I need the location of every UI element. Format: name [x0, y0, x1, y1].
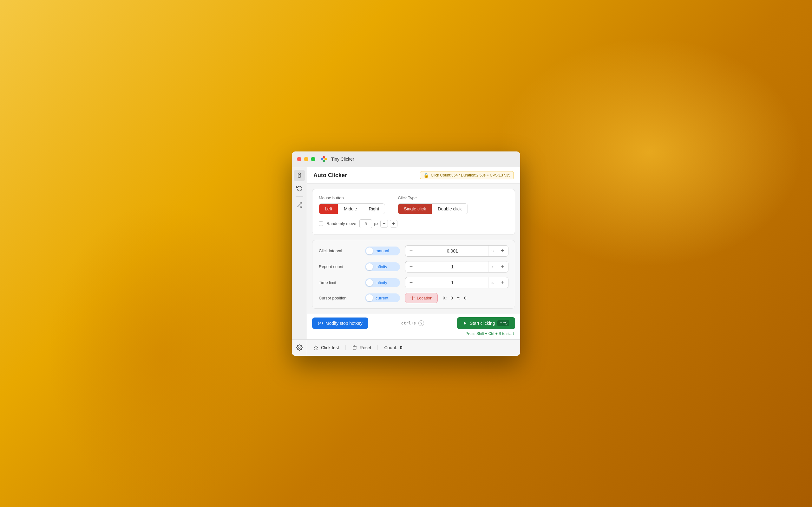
px-increase-button[interactable]: + — [390, 220, 397, 228]
repeat-count-unit: x — [488, 262, 497, 272]
random-move-row: Randomly move px − + — [319, 219, 508, 228]
status-badge: 🔒 Click Count:354 / Duration:2.58s ≈ CPS… — [420, 171, 514, 179]
main-layout: Auto Clicker 🔒 Click Count:354 / Duratio… — [292, 167, 520, 339]
click-test-button[interactable]: Click test — [307, 345, 346, 350]
sidebar-item-history[interactable] — [294, 182, 305, 194]
repeat-count-toggle-text: infinity — [373, 264, 390, 269]
maximize-button[interactable] — [311, 157, 315, 161]
repeat-count-decrease[interactable]: − — [405, 261, 417, 273]
bottom-bar: Click test Reset Count: 0 — [292, 339, 520, 356]
sidebar-divider — [296, 196, 303, 197]
hint-row: Press Shift + Ctrl + S to start — [312, 329, 515, 338]
time-limit-unit: s — [488, 277, 497, 288]
content-area: Auto Clicker 🔒 Click Count:354 / Duratio… — [307, 167, 520, 339]
y-value: 0 — [464, 296, 466, 300]
click-interval-decrease[interactable]: − — [405, 245, 417, 257]
time-limit-toggle[interactable]: infinity — [365, 278, 400, 287]
px-value-input[interactable] — [359, 219, 372, 228]
trash-icon — [352, 345, 357, 350]
mouse-right-button[interactable]: Right — [363, 204, 385, 214]
start-clicking-label: Start clicking — [470, 321, 495, 326]
click-interval-increase[interactable]: + — [497, 245, 508, 257]
action-bar-wrapper: Modify stop hotkey ctrl+s ? Start clicki… — [307, 314, 520, 339]
repeat-count-value: 1 — [417, 264, 488, 269]
click-interval-unit: s — [488, 245, 497, 257]
random-move-label: Randomly move — [326, 221, 356, 226]
click-type-label: Click Type — [398, 195, 468, 200]
page-title: Auto Clicker — [313, 172, 347, 179]
reset-button[interactable]: Reset — [346, 345, 378, 350]
click-type-section: Click Type Single click Double click — [398, 195, 468, 214]
repeat-count-toggle[interactable]: infinity — [365, 262, 400, 271]
time-limit-increase[interactable]: + — [497, 277, 508, 288]
start-section: Start clicking ⌃ ^S — [457, 317, 515, 329]
sidebar-item-mouse[interactable] — [294, 170, 305, 181]
app-icon — [320, 156, 327, 163]
svg-point-9 — [320, 323, 321, 324]
click-interval-label: Click interval — [319, 248, 360, 253]
cursor-position-toggle[interactable]: current — [365, 293, 400, 302]
action-bar: Modify stop hotkey ctrl+s ? Start clicki… — [312, 317, 515, 329]
hotkey-display: ctrl+s ? — [372, 320, 453, 326]
svg-point-1 — [322, 156, 325, 158]
titlebar: Tiny Clicker — [292, 152, 520, 167]
toggle-dot — [366, 247, 373, 255]
px-input-group: px − + — [359, 219, 397, 228]
settings-card: Click interval manual − 0.001 s + — [312, 240, 515, 308]
time-limit-input-group: − 1 s + — [405, 277, 508, 288]
time-limit-label: Time limit — [319, 280, 360, 285]
cursor-position-row: Cursor position current Location — [319, 293, 508, 303]
traffic-lights — [297, 157, 315, 161]
sidebar — [292, 167, 307, 339]
click-interval-toggle[interactable]: manual — [365, 246, 400, 256]
svg-point-11 — [299, 347, 300, 349]
time-limit-decrease[interactable]: − — [405, 277, 417, 288]
repeat-count-increase[interactable]: + — [497, 261, 508, 273]
toggle-dot — [366, 263, 373, 270]
minimize-button[interactable] — [304, 157, 308, 161]
status-text: Click Count:354 / Duration:2.58s ≈ CPS:1… — [431, 173, 510, 177]
location-btn-label: Location — [417, 296, 432, 300]
start-clicking-button[interactable]: Start clicking ⌃ ^S — [457, 317, 515, 329]
svg-point-2 — [324, 158, 327, 160]
modify-hotkey-button[interactable]: Modify stop hotkey — [312, 318, 368, 329]
mouse-button-group: Left Middle Right — [319, 204, 385, 214]
count-label: Count: — [384, 345, 397, 350]
settings-icon[interactable] — [296, 344, 303, 351]
window-title: Tiny Clicker — [331, 157, 354, 162]
double-click-button[interactable]: Double click — [432, 204, 467, 214]
click-interval-row: Click interval manual − 0.001 s + — [319, 245, 508, 257]
px-decrease-button[interactable]: − — [380, 220, 388, 228]
px-unit-label: px — [374, 221, 378, 226]
ctrl-symbol: ⌃ — [499, 321, 502, 326]
sidebar-item-shuffle[interactable] — [294, 199, 305, 211]
repeat-count-label: Repeat count — [319, 264, 360, 269]
mouse-button-label: Mouse button — [319, 195, 385, 200]
hint-text: Press Shift + Ctrl + S to start — [466, 331, 515, 337]
close-button[interactable] — [297, 157, 301, 161]
click-interval-value: 0.001 — [417, 248, 488, 253]
page-header: Auto Clicker 🔒 Click Count:354 / Duratio… — [307, 167, 520, 184]
svg-point-3 — [322, 160, 325, 162]
cursor-position-label: Cursor position — [319, 296, 360, 300]
scroll-area: Mouse button Left Middle Right Click Typ… — [307, 184, 520, 314]
mouse-click-row: Mouse button Left Middle Right Click Typ… — [319, 195, 508, 214]
hotkey-text: ctrl+s — [401, 321, 416, 326]
location-button[interactable]: Location — [405, 293, 438, 303]
modify-hotkey-label: Modify stop hotkey — [325, 321, 362, 326]
click-interval-toggle-text: manual — [373, 248, 392, 253]
mouse-left-button[interactable]: Left — [319, 204, 338, 214]
svg-rect-4 — [298, 173, 300, 177]
click-interval-input-group: − 0.001 s + — [405, 245, 508, 257]
kbd-badge: ⌃ ^S — [497, 320, 509, 326]
time-limit-toggle-text: infinity — [373, 280, 390, 285]
coord-display: X: 0 Y: 0 — [443, 296, 466, 300]
click-test-label: Click test — [321, 345, 339, 350]
count-display: Count: 0 — [378, 345, 520, 350]
help-icon[interactable]: ? — [418, 320, 424, 326]
svg-point-0 — [321, 158, 323, 160]
click-type-group: Single click Double click — [398, 204, 468, 214]
random-move-checkbox[interactable] — [319, 222, 323, 226]
single-click-button[interactable]: Single click — [398, 204, 432, 214]
mouse-middle-button[interactable]: Middle — [338, 204, 363, 214]
